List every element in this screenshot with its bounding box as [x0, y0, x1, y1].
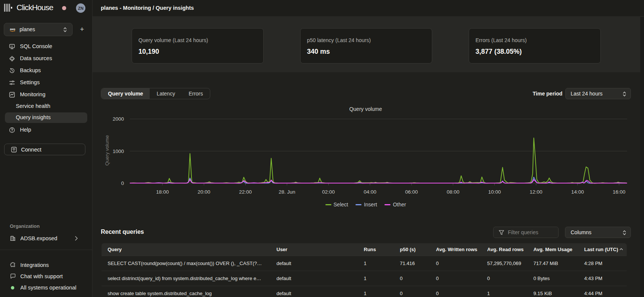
svg-text:14:00: 14:00: [571, 189, 584, 195]
svg-text:aws: aws: [10, 27, 15, 31]
svg-text:22:00: 22:00: [239, 189, 252, 195]
svg-text:16:00: 16:00: [613, 189, 626, 195]
svg-text:Query volume: Query volume: [104, 135, 110, 166]
svg-text:0: 0: [121, 180, 124, 186]
svg-text:1000: 1000: [112, 148, 124, 154]
svg-text:18:00: 18:00: [156, 189, 169, 195]
svg-text:2000: 2000: [112, 116, 124, 122]
svg-text:08:00: 08:00: [447, 189, 459, 195]
svg-text:06:00: 06:00: [405, 189, 418, 195]
svg-text:28. Jun: 28. Jun: [279, 189, 295, 195]
svg-text:12:00: 12:00: [530, 189, 542, 195]
svg-text:10:00: 10:00: [488, 189, 501, 195]
svg-text:02:00: 02:00: [322, 189, 335, 195]
svg-text:04:00: 04:00: [364, 189, 377, 195]
svg-text:20:00: 20:00: [197, 189, 210, 195]
